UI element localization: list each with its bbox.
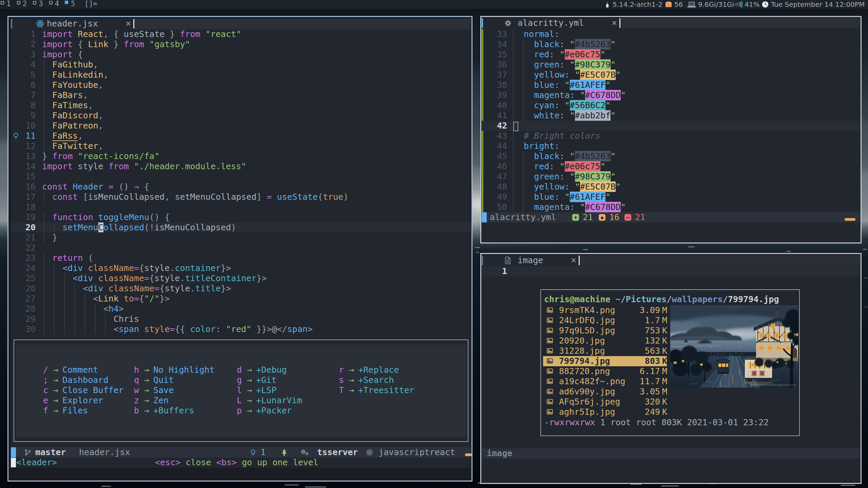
whichkey-label[interactable]: Save [153,385,174,395]
git-branch[interactable]: master [35,447,66,457]
whichkey-key-p[interactable]: p [237,406,242,416]
workspace-tag-1[interactable]: 1 [6,0,11,8]
whichkey-key-w[interactable]: w [134,385,139,395]
code-token: green [514,60,559,70]
code-token: : [216,324,226,334]
lightbulb-icon[interactable] [13,132,19,139]
whichkey-key-/[interactable]: / [43,365,48,375]
whichkey-key-c[interactable]: c [43,385,48,395]
code-line-27: 27 <Link to={"/"}> [11,294,471,304]
whichkey-key-g[interactable]: g [237,375,242,385]
whichkey-key-T[interactable]: T [339,385,344,395]
code-token: </ [277,324,287,334]
tab-close-button[interactable]: × [612,18,617,28]
code-token: : [554,29,559,39]
whichkey-label[interactable]: +Debug [256,365,287,375]
token-dirc: Pictures [626,294,667,304]
code-token: " [616,70,621,80]
whichkey-key-b[interactable]: b [134,406,139,416]
code-line-43: 43 # Bright colors [482,131,860,141]
code-token: < [42,324,119,334]
whichkey-key-s[interactable]: s [339,375,344,385]
whichkey-key-z[interactable]: z [134,395,139,406]
line-number: 30 [11,324,36,334]
whichkey-key-f[interactable]: f [43,406,48,416]
code-token: red [514,161,549,171]
whichkey-key-e[interactable]: e [43,395,48,406]
code-line-9: 9 FaDiscord, [11,111,471,121]
workspace-indicator-square [17,1,20,4]
whichkey-label[interactable]: +Replace [358,365,399,375]
whichkey-label[interactable]: +Git [256,375,276,385]
lf-file-name: 97q9L5D.jpg [559,326,615,336]
code-token: from [52,151,78,161]
whichkey-label[interactable]: +LunarVim [256,395,302,406]
code-token: FaTwitter [42,141,98,151]
window-terminal-bottomright[interactable]: image × 1 chris@machine ~/Pictures/wallp… [480,253,862,484]
whichkey-key-h[interactable]: h [134,365,139,375]
lightbulb-icon [250,449,256,456]
diagnostics-count[interactable]: 1 [261,447,266,457]
code-token: " [611,39,616,49]
whichkey-label[interactable]: +Treesitter [358,385,414,395]
scroll-progress[interactable] [465,453,472,456]
kernel-indicator: 5.14.2-arch1-2 [604,0,662,9]
whichkey-label[interactable]: Quit [153,375,174,385]
whichkey-key-q[interactable]: q [134,375,139,385]
code-text: bright: [514,141,559,151]
code-token: span [119,324,139,334]
whichkey-key-d[interactable]: d [237,365,242,375]
whichkey-label[interactable]: Files [62,406,88,416]
code-token: " [570,111,575,120]
whichkey-key-;[interactable]: ; [43,375,48,385]
scroll-progress[interactable] [845,218,855,221]
code-token: #E5C07B [580,181,616,192]
whichkey-label[interactable]: Dashboard [62,375,108,385]
cmdline-cursor [11,458,16,467]
tab-title[interactable]: alacritty.yml [518,18,584,28]
whichkey-label[interactable]: No Highlight [153,365,215,375]
whichkey-label[interactable]: +Packer [256,406,292,416]
whichkey-label[interactable]: +Search [358,375,394,385]
code-token: " [600,161,605,171]
code-token: () { [149,212,170,222]
code-token: = [144,273,149,283]
tab-close-button[interactable]: × [126,18,131,29]
code-token: import [42,39,78,49]
whichkey-label[interactable]: Explorer [62,395,103,406]
whichkey-key-r[interactable]: r [339,365,344,375]
window-editor-left[interactable]: header.jsx × 1import React, { useState }… [7,16,472,482]
workspace-tag-4[interactable]: 4 [55,0,59,8]
lf-file-row[interactable]: aghr5Ip.jpg249K [541,407,799,417]
workspace-tag-3[interactable]: 3 [39,0,43,8]
code-token: : [559,151,570,161]
whichkey-key-L[interactable]: L [237,395,242,406]
tab-close-button[interactable]: × [571,255,576,266]
layout-symbol[interactable]: []= [84,0,97,8]
tab-title[interactable]: image [518,255,543,266]
whichkey-label[interactable]: Comment [62,365,98,375]
code-token: to [119,294,134,304]
lsp-server[interactable]: tsserver [317,447,358,457]
whichkey-label[interactable]: +Buffers [153,406,194,416]
image-file-icon [547,317,553,323]
code-token: black [514,39,559,49]
workspace-tag-2[interactable]: 2 [23,0,27,8]
whichkey-label[interactable]: +LSP [256,385,276,395]
code-line-33: 33 normal: [482,29,860,39]
whichkey-key-l[interactable]: l [237,385,242,395]
image-file-icon [547,348,553,353]
lf-file-row[interactable]: AFq5r6j.jpeg320K [541,397,799,407]
lf-file-size: 803 [618,356,660,366]
whichkey-label[interactable]: Zen [153,395,169,406]
code-token: . [180,273,185,283]
whichkey-label[interactable]: Close Buffer [62,385,124,395]
lf-file-row[interactable]: ad6v90y.jpg3.05M [541,387,799,397]
tab-title[interactable]: header.jsx [47,18,98,29]
lf-file-manager-float[interactable]: chris@machine ~/Pictures/wallpapers/7997… [540,289,800,436]
line-number: 13 [11,151,36,161]
code-token: function [42,212,98,222]
workspace-tag-5[interactable]: 5 [71,0,75,8]
window-editor-topright[interactable]: alacritty.yml × 33 normal:34 black: "#4b… [480,16,862,243]
token-dim: 1 root root 803K 2021-03-01 23:22 [595,417,769,427]
